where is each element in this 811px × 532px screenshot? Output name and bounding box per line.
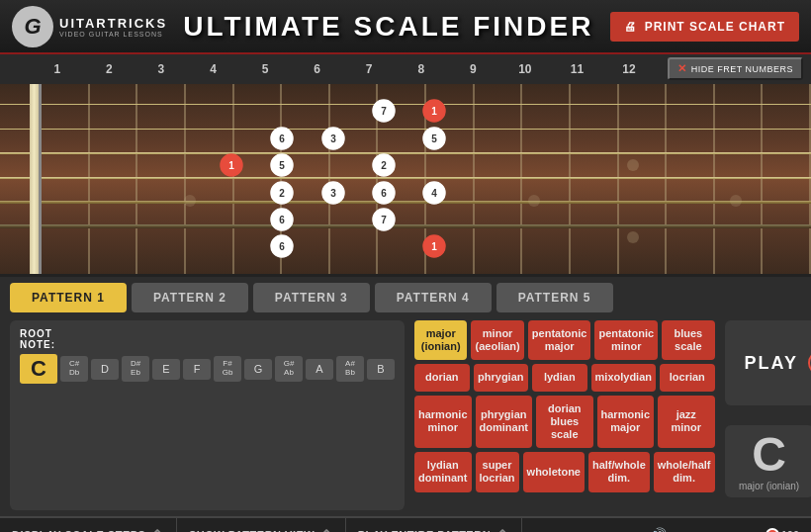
status-bar: DISPLAY SCALE STEPS ⇕ SHOW PATTERN VIEW … — [0, 516, 811, 532]
display-scale-arrow: ⇕ — [151, 527, 164, 532]
fret-num-10: 10 — [499, 62, 552, 76]
scale-row-1: major (ionian) minor (aeolian) pentatoni… — [414, 320, 715, 360]
header: G UITARTRICKS VIDEO GUITAR LESSONS ULTIM… — [0, 0, 811, 54]
root-note-section: ROOT NOTE: C C#Db D D#Eb E F F#Gb G G#Ab… — [10, 320, 405, 510]
string-row-6 — [0, 215, 811, 238]
scale-grid: major (ionian) minor (aeolian) pentatoni… — [414, 320, 715, 510]
string-row-5 — [0, 191, 811, 215]
root-note-asharp[interactable]: A#Bb — [336, 356, 364, 382]
chord-letter: C — [752, 431, 786, 479]
root-note-csharp[interactable]: C#Db — [60, 356, 88, 382]
show-pattern-arrow: ⇕ — [320, 527, 333, 532]
hide-fret-button[interactable]: ✕ HIDE FRET NUMBERS — [668, 57, 803, 80]
scale-whole-half[interactable]: whole/half dim. — [654, 452, 715, 491]
play-pattern-arrow: ⇕ — [496, 527, 509, 532]
scale-wholetone[interactable]: wholetone — [523, 452, 585, 491]
scale-lydian[interactable]: lydian — [532, 364, 587, 391]
string-row-4 — [0, 166, 811, 190]
root-note-gsharp[interactable]: G#Ab — [275, 356, 303, 382]
chord-display-row: C major (ionian) — [725, 411, 811, 510]
scale-half-whole[interactable]: half/whole dim. — [588, 452, 650, 491]
pattern-1-button[interactable]: PATTERN 1 — [10, 283, 127, 312]
hide-fret-label: HIDE FRET NUMBERS — [691, 64, 793, 74]
guitar-string-6 — [0, 224, 811, 228]
scale-row-4: lydian dominant super locrian wholetone … — [414, 452, 715, 491]
scale-dorian[interactable]: dorian — [414, 364, 470, 391]
x-icon: ✕ — [677, 62, 687, 75]
root-note-f[interactable]: F — [183, 359, 211, 380]
scale-lydian-dominant[interactable]: lydian dominant — [414, 452, 472, 491]
logo: G UITARTRICKS VIDEO GUITAR LESSONS — [12, 6, 167, 47]
main-controls: ROOT NOTE: C C#Db D D#Eb E F F#Gb G G#Ab… — [10, 320, 801, 510]
controls-area: PATTERN 1 PATTERN 2 PATTERN 3 PATTERN 4 … — [0, 277, 811, 516]
fret-num-6: 6 — [291, 62, 343, 76]
fret-num-1: 1 — [32, 62, 84, 76]
play-entire-pattern[interactable]: PLAY ENTIRE PATTERN ⇕ — [346, 518, 522, 532]
volume-section: 🔊 100 — [638, 527, 811, 532]
right-panel: PLAY ▶ SCALE DIRECTION UP & DOWN — [725, 320, 811, 510]
fret-num-7: 7 — [343, 62, 396, 76]
printer-icon: 🖨 — [624, 20, 637, 34]
root-note-e[interactable]: E — [152, 359, 180, 380]
fret-num-11: 11 — [551, 62, 603, 76]
chord-letter-display: C major (ionian) — [725, 425, 811, 497]
guitar-string-1 — [0, 104, 811, 105]
scale-phrygian-dominant[interactable]: phrygian dominant — [476, 396, 533, 449]
logo-text: UITARTRICKS VIDEO GUITAR LESSONS — [59, 16, 167, 38]
guitar-string-4 — [0, 177, 811, 179]
root-note-g[interactable]: G — [244, 359, 272, 380]
scale-locrian[interactable]: locrian — [660, 364, 715, 391]
display-scale-steps[interactable]: DISPLAY SCALE STEPS ⇕ — [0, 518, 177, 532]
scale-minor-aeolian[interactable]: minor (aeolian) — [471, 320, 523, 360]
fret-num-3: 3 — [135, 62, 188, 76]
fret-num-8: 8 — [395, 62, 447, 76]
scale-super-locrian[interactable]: super locrian — [476, 452, 519, 491]
root-note-label: ROOT NOTE: — [20, 328, 395, 350]
chord-name: major (ionian) — [739, 481, 799, 491]
scale-phrygian[interactable]: phrygian — [474, 364, 529, 391]
guitar-string-3 — [0, 152, 811, 154]
root-note-d[interactable]: D — [91, 359, 119, 380]
fret-num-12: 12 — [603, 62, 656, 76]
logo-title: UITARTRICKS — [59, 16, 167, 31]
scale-harmonic-minor[interactable]: harmonic minor — [414, 396, 472, 449]
guitar-nut — [30, 84, 42, 274]
scale-pentatonic-minor[interactable]: pentatonic minor — [594, 320, 658, 360]
string-row-1 — [0, 93, 811, 117]
play-direction-row: PLAY ▶ SCALE DIRECTION UP & DOWN — [725, 320, 811, 405]
string-row-2 — [0, 117, 811, 140]
scale-blues-scale[interactable]: blues scale — [662, 320, 714, 360]
fret-num-5: 5 — [239, 62, 292, 76]
scale-mixolydian[interactable]: mixolydian — [591, 364, 656, 391]
logo-icon: G — [12, 6, 53, 47]
pattern-2-button[interactable]: PATTERN 2 — [132, 283, 248, 312]
scale-jazz-minor[interactable]: jazz minor — [658, 396, 715, 449]
root-note-dsharp[interactable]: D#Eb — [122, 356, 149, 382]
pattern-row: PATTERN 1 PATTERN 2 PATTERN 3 PATTERN 4 … — [10, 283, 801, 312]
fret-num-4: 4 — [187, 62, 239, 76]
root-note-b[interactable]: B — [367, 359, 395, 380]
scale-major-ionian[interactable]: major (ionian) — [414, 320, 467, 360]
root-notes: C C#Db D D#Eb E F F#Gb G G#Ab A A#Bb B — [20, 354, 395, 384]
scale-pentatonic-major[interactable]: pentatonic major — [528, 320, 591, 360]
scale-row-3: harmonic minor phrygian dominant dorian … — [414, 396, 715, 449]
fret-num-2: 2 — [83, 62, 135, 76]
pattern-5-button[interactable]: PATTERN 5 — [496, 283, 613, 312]
root-note-c[interactable]: C — [20, 354, 57, 384]
print-label: PRINT SCALE CHART — [645, 20, 785, 34]
guitar-string-5 — [0, 201, 811, 204]
root-note-fsharp[interactable]: F#Gb — [214, 356, 241, 382]
print-button[interactable]: 🖨 PRINT SCALE CHART — [610, 12, 799, 42]
pattern-3-button[interactable]: PATTERN 3 — [253, 283, 370, 312]
play-button[interactable]: PLAY ▶ — [725, 320, 811, 405]
scale-harmonic-major[interactable]: harmonic major — [597, 396, 655, 449]
scale-dorian-blues[interactable]: dorian blues scale — [536, 396, 593, 449]
volume-icon: 🔊 — [650, 527, 667, 532]
root-note-a[interactable]: A — [306, 359, 333, 380]
logo-subtitle: VIDEO GUITAR LESSONS — [59, 31, 167, 38]
volume-thumb[interactable] — [766, 528, 779, 532]
string-row-3 — [0, 141, 811, 165]
pattern-4-button[interactable]: PATTERN 4 — [375, 283, 492, 312]
fret-num-9: 9 — [447, 62, 499, 76]
show-pattern-view[interactable]: SHOW PATTERN VIEW ⇕ — [177, 518, 346, 532]
